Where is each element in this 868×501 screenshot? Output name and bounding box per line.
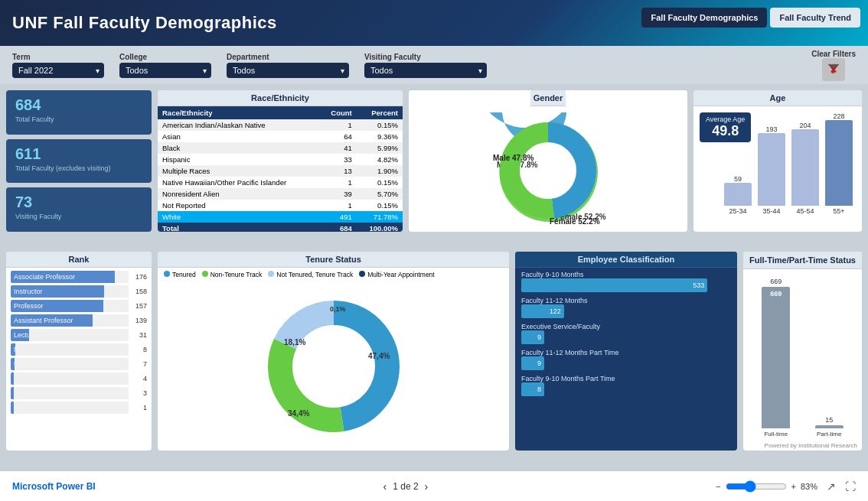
race-table-row[interactable]: Not Reported10.15%	[158, 200, 403, 211]
department-select-wrap[interactable]: Todos	[227, 63, 349, 78]
employee-list-item[interactable]: Faculty 11-12 Months 122	[521, 297, 731, 318]
page-title: UNF Fall Faculty Demographics	[12, 13, 277, 33]
prev-page-button[interactable]: ‹	[383, 480, 387, 493]
college-select[interactable]: Todos	[119, 63, 211, 78]
legend-multi-year: Multi-Year Appointment	[359, 271, 435, 278]
footer: Microsoft Power BI ‹ 1 de 2 › − + 83% ↗ …	[0, 470, 868, 501]
rank-bar-label: University Librarian	[14, 360, 15, 368]
race-table-row[interactable]: American Indian/Alaskan Native10.15%	[158, 119, 403, 131]
employee-bar-count: 533	[693, 281, 704, 289]
term-filter: Term Fall 2022	[12, 53, 104, 78]
employee-bar-count: 122	[550, 307, 561, 315]
employee-list: Faculty 9-10 Months 533 Faculty 11-12 Mo…	[515, 268, 737, 451]
department-select[interactable]: Todos	[227, 63, 349, 78]
rank-bar-bg: Lecturer	[11, 329, 129, 341]
tenure-panel: Tenure Status Tenured Non-Tenure Track N…	[158, 252, 509, 451]
age-bar-25-34: 59 25-34	[724, 175, 752, 215]
zoom-minus[interactable]: −	[716, 482, 720, 491]
percent-col-header: Percent	[357, 106, 403, 119]
visiting-select-wrap[interactable]: Todos	[364, 63, 487, 78]
race-table-row[interactable]: Multiple Races131.90%	[158, 165, 403, 177]
tenure-chart: 47,4% 34,4% 18,1% 0,1%	[158, 281, 509, 451]
rank-list-item[interactable]: University Librarian 7	[11, 358, 147, 370]
rank-bar-fill: Assistant Professor	[11, 314, 93, 327]
employee-bar: 9	[521, 330, 544, 344]
rank-bar-count: 157	[132, 302, 147, 310]
rank-list-item[interactable]: Asst. Professor Equivalent 1	[11, 402, 147, 414]
rank-bar-count: 158	[132, 288, 147, 295]
gender-title: Gender	[530, 90, 566, 106]
svg-text:47,4%: 47,4%	[368, 352, 390, 360]
rank-bar-label: Professor	[14, 302, 44, 310]
college-select-wrap[interactable]: Todos	[119, 63, 211, 78]
share-icon[interactable]: ↗	[827, 480, 836, 493]
employee-bar-wrap: 9	[521, 330, 731, 344]
employee-list-item[interactable]: Faculty 11-12 Months Part Time 9	[521, 349, 731, 370]
term-label: Term	[12, 53, 104, 61]
rank-list-item[interactable]: Assoc. University Librarian 3	[11, 387, 147, 399]
rank-bar-bg: Assistant Professor	[11, 314, 129, 327]
svg-text:18,1%: 18,1%	[284, 338, 305, 346]
race-table-row[interactable]: Nonresident Alien395.70%	[158, 188, 403, 200]
stat-visiting: 73 Visiting Faculty	[6, 187, 152, 232]
rank-bar-fill: Professor	[11, 300, 103, 312]
age-bar-45-54: 204 45-54	[791, 122, 819, 215]
rank-bar-count: 7	[132, 360, 147, 368]
nav-btn-demographics[interactable]: Fall Faculty Demographics	[641, 8, 767, 28]
visiting-select[interactable]: Todos	[364, 63, 487, 78]
nav-btn-trend[interactable]: Fall Faculty Trend	[770, 8, 860, 28]
rank-title: Rank	[6, 252, 152, 268]
rank-list-item[interactable]: Instructor 158	[11, 285, 147, 298]
rank-bar-fill: Associate Professor	[11, 271, 115, 283]
rank-list-item[interactable]: Associate Professor 176	[11, 271, 147, 283]
legend-non-tenure: Non-Tenure Track	[202, 271, 263, 278]
clear-filters-button[interactable]: Clear Filters	[811, 50, 856, 81]
age-title: Age	[693, 90, 862, 106]
rank-list-item[interactable]: Asst. University Librarian 4	[11, 372, 147, 385]
term-select[interactable]: Fall 2022	[12, 63, 104, 78]
rank-list-item[interactable]: Assistant Professor 139	[11, 314, 147, 327]
rank-bar-bg: Instructor	[11, 285, 129, 298]
employee-item-label: Faculty 11-12 Months	[521, 297, 731, 304]
employee-list-item[interactable]: Executive Service/Faculty 9	[521, 323, 731, 344]
race-table-row[interactable]: Asian649.36%	[158, 131, 403, 142]
rank-bar-fill: Asst. University Librarian	[11, 372, 14, 385]
legend-not-tenured: Not Tenured, Tenure Track	[268, 271, 353, 278]
rank-bar-label: No Rank	[14, 346, 15, 353]
employee-bar-wrap: 122	[521, 304, 731, 318]
rank-list-item[interactable]: No Rank 8	[11, 343, 147, 356]
next-page-button[interactable]: ›	[425, 480, 429, 493]
race-ethnicity-title: Race/Ethnicity	[158, 90, 403, 106]
powerbi-link[interactable]: Microsoft Power BI	[12, 481, 96, 492]
filter-bar: Term Fall 2022 College Todos Department …	[0, 46, 868, 84]
legend-tenured: Tenured	[164, 271, 196, 278]
zoom-slider[interactable]	[726, 480, 787, 493]
race-table-row[interactable]: Hispanic334.82%	[158, 154, 403, 165]
rank-list-item[interactable]: Lecturer 31	[11, 329, 147, 341]
employee-list-item[interactable]: Faculty 9-10 Months 533	[521, 271, 731, 292]
race-table-row[interactable]: Native Hawaiian/Other Pacific Islander10…	[158, 177, 403, 188]
department-filter: Department Todos	[227, 53, 349, 78]
college-filter: College Todos	[119, 53, 211, 78]
race-ethnicity-table: Race/Ethnicity Count Percent American In…	[158, 106, 403, 232]
stat-total-faculty-label: Total Faculty	[15, 115, 142, 123]
employee-bar-count: 8	[537, 386, 541, 393]
stat-total-faculty-number: 684	[15, 96, 142, 114]
ftpt-panel: Full-Time/Part-Time Status 669 669 Full-…	[743, 252, 862, 451]
tenure-legend: Tenured Non-Tenure Track Not Tenured, Te…	[158, 268, 509, 281]
race-table-row[interactable]: Black415.99%	[158, 142, 403, 154]
rank-list-item[interactable]: Professor 157	[11, 300, 147, 312]
employee-bar-wrap: 533	[521, 278, 731, 292]
svg-text:0,1%: 0,1%	[330, 305, 346, 313]
zoom-plus[interactable]: +	[791, 482, 796, 491]
term-select-wrap[interactable]: Fall 2022	[12, 63, 104, 78]
stat-visiting-number: 73	[15, 194, 142, 211]
fullscreen-icon[interactable]: ⛶	[845, 480, 856, 493]
svg-text:34,4%: 34,4%	[288, 409, 309, 418]
ftpt-chart: 669 669 Full-time 15 Part-time	[743, 269, 862, 441]
rank-bar-fill: Assoc. University Librarian	[11, 387, 14, 399]
employee-list-item[interactable]: Faculty 9-10 Months Part Time 8	[521, 375, 731, 396]
race-table-row[interactable]: White49171.78%	[158, 211, 403, 223]
college-label: College	[119, 53, 211, 61]
page-info: 1 de 2	[393, 481, 418, 492]
